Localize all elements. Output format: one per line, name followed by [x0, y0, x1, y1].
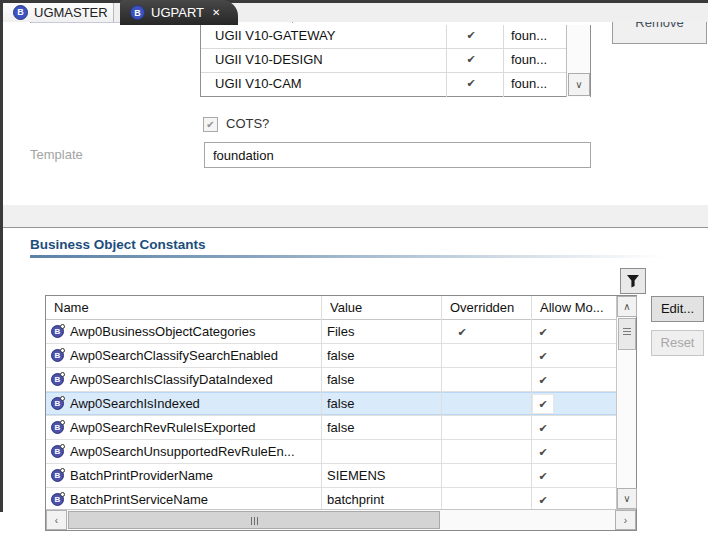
constant-value: SIEMENS	[327, 468, 386, 483]
editor-frame-bottom	[0, 0, 708, 3]
column-divider	[446, 25, 447, 97]
constant-value: false	[327, 372, 354, 387]
column-divider	[441, 296, 442, 320]
column-divider	[441, 320, 442, 509]
overridden-check-icon: ✔	[452, 323, 472, 341]
overridden-check-icon	[452, 419, 472, 437]
b-badge: B	[55, 399, 61, 408]
editor-tab-ugmaster[interactable]: B UGMASTER	[2, 1, 114, 22]
overridden-check-icon	[452, 347, 472, 365]
release-row[interactable]: UGII V10-DESIGN ✔ foun...	[201, 49, 566, 73]
allow-modification-check-icon: ✔	[533, 467, 553, 485]
b-badge: B	[55, 447, 61, 456]
allow-modification-check-icon: ✔	[533, 491, 553, 509]
section-tab-strip	[0, 205, 708, 228]
scroll-down-icon[interactable]: ∨	[617, 488, 637, 509]
editor-tab-label: UGPART	[151, 5, 204, 20]
template-label: Template	[30, 147, 83, 162]
release-value: foun...	[511, 52, 547, 67]
constant-value: false	[327, 348, 354, 363]
horizontal-scrollbar[interactable]: ‹ ›	[46, 509, 636, 530]
section-title-underline	[30, 255, 698, 258]
top-table-vertical-scrollbar[interactable]: ∨	[566, 25, 590, 97]
b-badge: B	[55, 471, 61, 480]
constant-icon: B	[51, 397, 64, 410]
column-divider	[531, 320, 532, 509]
constant-name: Awp0SearchClassifySearchEnabled	[70, 348, 278, 363]
filter-icon	[626, 274, 640, 288]
release-name: UGII V10-GATEWAY	[215, 28, 335, 43]
b-badge: B	[55, 375, 61, 384]
close-icon[interactable]: ✕	[212, 7, 220, 18]
b-badge: B	[55, 423, 61, 432]
scroll-right-icon[interactable]: ›	[615, 510, 636, 530]
constant-icon: B	[51, 445, 64, 458]
constant-value: false	[327, 396, 354, 411]
constant-name: Awp0SearchRevRuleIsExported	[70, 420, 255, 435]
overridden-check-icon	[452, 371, 472, 389]
b-badge: B	[55, 351, 61, 360]
edit-button[interactable]: Edit...	[651, 296, 704, 322]
b-badge: B	[55, 495, 61, 504]
allow-modification-check-icon: ✔	[533, 395, 553, 413]
column-divider	[321, 296, 322, 320]
constant-icon: B	[51, 373, 64, 386]
allow-modification-check-icon: ✔	[533, 371, 553, 389]
allow-modification-check-icon: ✔	[533, 419, 553, 437]
column-divider	[531, 296, 532, 320]
column-header-overridden[interactable]: Overridden	[450, 300, 514, 315]
editor-frame-left	[0, 0, 3, 512]
reset-button-label: Reset	[661, 335, 695, 350]
scroll-down-icon[interactable]: ∨	[568, 73, 590, 96]
constant-name: BatchPrintServiceName	[70, 492, 208, 507]
constant-name: Awp0SearchIsClassifyDataIndexed	[70, 372, 273, 387]
constant-icon: B	[51, 349, 64, 362]
edit-button-label: Edit...	[661, 301, 694, 316]
vertical-scrollbar-thumb[interactable]	[618, 318, 636, 350]
constant-ring-icon	[60, 348, 65, 353]
column-header-value[interactable]: Value	[330, 300, 362, 315]
constant-ring-icon	[60, 492, 65, 497]
release-row[interactable]: UGII V10-CAM ✔ foun...	[201, 73, 566, 97]
release-row[interactable]: UGII V10-GATEWAY ✔ foun...	[201, 25, 566, 49]
scroll-left-icon[interactable]: ‹	[46, 510, 67, 530]
editor-tab-ugpart[interactable]: B UGPART ✕	[120, 0, 238, 25]
constant-value: false	[327, 420, 354, 435]
constant-ring-icon	[60, 468, 65, 473]
template-input[interactable]	[204, 142, 591, 168]
release-status-rows: UGII V10-GATEWAY ✔ foun... UGII V10-DESI…	[201, 25, 566, 97]
constant-value: Files	[327, 324, 354, 339]
column-header-name[interactable]: Name	[54, 300, 89, 315]
constant-ring-icon	[60, 324, 65, 329]
cots-checkbox[interactable]: ✔	[203, 117, 218, 132]
constant-name: Awp0SearchUnsupportedRevRuleEn...	[70, 444, 295, 459]
constant-icon: B	[51, 421, 64, 434]
release-name: UGII V10-CAM	[215, 76, 302, 91]
checkmark-icon: ✔	[463, 53, 479, 66]
column-divider	[321, 320, 322, 509]
overridden-check-icon	[452, 395, 472, 413]
release-value: foun...	[511, 76, 547, 91]
constant-ring-icon	[60, 420, 65, 425]
editor-tab-label: UGMASTER	[34, 5, 108, 20]
allow-modification-check-icon: ✔	[533, 323, 553, 341]
allow-modification-check-icon: ✔	[533, 443, 553, 461]
scroll-up-icon[interactable]: ∧	[617, 296, 637, 317]
constant-icon: B	[51, 493, 64, 506]
checkmark-icon: ✔	[206, 119, 214, 130]
bmide-editor-screen: Remove B UGMASTER B UGPART ✕ UGII V10-GA…	[0, 0, 708, 534]
checkmark-icon: ✔	[463, 77, 479, 90]
filter-button[interactable]	[620, 268, 646, 294]
constants-table-header: Name Value Overridden Allow Mo...	[46, 296, 616, 320]
vertical-scrollbar[interactable]: ∧ ∨	[616, 296, 636, 509]
business-object-icon: B	[13, 5, 28, 20]
constant-name: BatchPrintProviderName	[70, 468, 213, 483]
release-name: UGII V10-DESIGN	[215, 52, 323, 67]
horizontal-scrollbar-thumb[interactable]	[68, 511, 440, 529]
constant-ring-icon	[60, 396, 65, 401]
checkmark-icon: ✔	[463, 29, 479, 42]
column-header-allow-mod[interactable]: Allow Mo...	[540, 300, 604, 315]
reset-button: Reset	[651, 330, 704, 356]
overridden-check-icon	[452, 443, 472, 461]
column-divider	[503, 25, 504, 97]
